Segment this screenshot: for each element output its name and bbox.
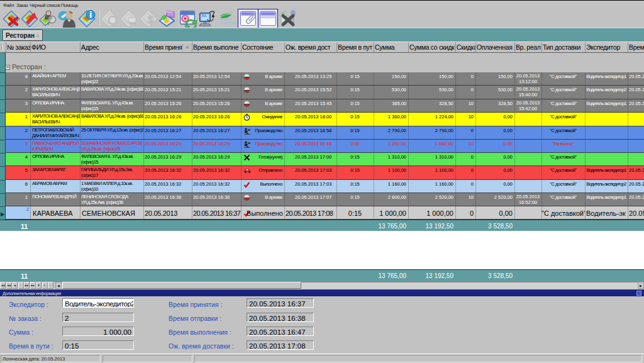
svg-text:r-keeper: r-keeper [221, 21, 237, 26]
svg-text:$: $ [148, 14, 153, 25]
